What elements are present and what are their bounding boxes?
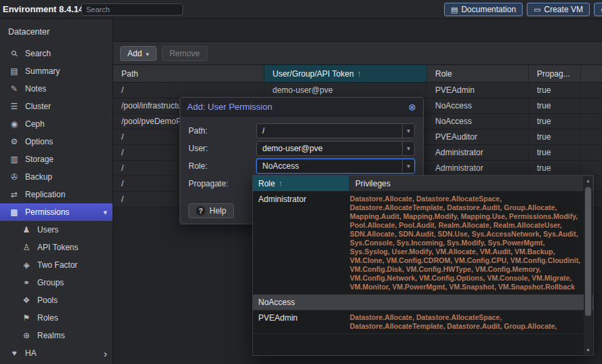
display-icon [534, 6, 540, 14]
notes-icon [8, 85, 20, 93]
remove-button[interactable]: Remove [162, 46, 207, 61]
propagate-label: Propagate: [188, 179, 256, 188]
sidebar-item-backup[interactable]: Backup [0, 168, 113, 186]
expand-caret-icon[interactable] [104, 348, 107, 359]
sidebar-item-replication[interactable]: Replication [0, 186, 113, 203]
backup-icon [8, 173, 20, 181]
cell-propagate: true [529, 114, 581, 129]
sidebar-item-groups[interactable]: Groups [0, 274, 113, 291]
role-option-pveadmin[interactable]: PVEAdmin Datastore.Allocate, Datastore.A… [253, 310, 593, 334]
cell-propagate: true [529, 129, 581, 144]
column-header-user-group-api-token[interactable]: User/Group/API Token [264, 65, 427, 82]
app-brand: Environment 8.4.14 [3, 4, 83, 14]
sidebar-item-summary[interactable]: Summary [0, 62, 113, 80]
roles-icon [20, 314, 33, 322]
top-bar: Environment 8.4.14 Documentation Create … [0, 0, 602, 19]
cell-role: NoAccess [427, 98, 529, 113]
column-header-propag[interactable]: Propag... [529, 65, 581, 82]
two-factor-icon [20, 261, 33, 269]
sidebar-item-ha[interactable]: HA [0, 344, 113, 362]
sidebar-item-two-factor[interactable]: Two Factor [0, 256, 113, 274]
topbar-button-create-vm[interactable]: Create VM [527, 3, 590, 16]
topbar-buttons: Documentation Create VM Cre [444, 3, 602, 16]
combo-dropdown-icon[interactable] [402, 142, 414, 155]
role-combo[interactable]: NoAccess [256, 159, 415, 174]
sidebar-item-options[interactable]: Options [0, 133, 113, 150]
sidebar-item-notes[interactable]: Notes [0, 80, 113, 98]
scroll-down-icon[interactable] [586, 346, 590, 355]
sidebar-item-cluster[interactable]: Cluster [0, 98, 113, 115]
question-mark-icon: ? [196, 206, 205, 216]
pools-icon [20, 296, 33, 304]
sidebar-item-permissions[interactable]: Permissions [0, 203, 113, 221]
dropdown-column-privileges[interactable]: Privileges [350, 176, 584, 191]
combo-dropdown-icon[interactable] [402, 124, 414, 138]
options-icon [8, 138, 20, 146]
sidebar-item-ceph[interactable]: Ceph [0, 115, 113, 133]
sort-ascending-icon [279, 179, 283, 188]
sidebar-nav: Search Summary Notes Cluster [0, 45, 113, 362]
field-row-user: User: demo-user@pve [188, 141, 415, 156]
role-label: Role: [188, 161, 256, 171]
permissions-icon [8, 208, 20, 216]
user-label: User: [188, 144, 256, 153]
sidebar: Datacenter Search Summary Notes [0, 19, 113, 364]
cell-propagate: true [529, 83, 581, 98]
role-dropdown-picker: Role Privileges Administrator Datastore.… [252, 175, 594, 356]
path-combo[interactable]: / [256, 123, 415, 138]
datacenter-title: Datacenter [0, 19, 113, 45]
sidebar-item-storage[interactable]: Storage [0, 150, 113, 168]
sidebar-item-api-tokens[interactable]: API Tokens [0, 239, 113, 256]
column-header-role[interactable]: Role [427, 65, 529, 82]
field-row-path: Path: / [188, 123, 415, 138]
cell-propagate: true [529, 145, 581, 160]
topbar-button-cre[interactable]: Cre [594, 3, 602, 16]
role-option-administrator[interactable]: Administrator Datastore.Allocate, Datast… [253, 192, 593, 295]
api-tokens-icon [20, 243, 33, 251]
combo-dropdown-icon[interactable] [402, 159, 414, 173]
dialog-title-bar: Add: User Permission [180, 98, 423, 117]
groups-icon [20, 279, 33, 287]
ha-icon [8, 349, 20, 357]
global-search-input[interactable] [81, 3, 183, 16]
sidebar-item-realms[interactable]: Realms [0, 327, 113, 344]
dropdown-scrollbar[interactable] [584, 176, 593, 355]
column-header-path[interactable]: Path [113, 65, 264, 82]
cell-role: NoAccess [427, 114, 529, 129]
dropdown-list: Administrator Datastore.Allocate, Datast… [253, 192, 593, 334]
sidebar-item-roles[interactable]: Roles [0, 309, 113, 327]
user-combo[interactable]: demo-user@pve [256, 141, 415, 156]
sidebar-item-pools[interactable]: Pools [0, 291, 113, 309]
field-row-role: Role: NoAccess [188, 159, 415, 174]
scrollbar-thumb[interactable] [585, 187, 591, 316]
cell-propagate: true [529, 98, 581, 113]
search-icon [8, 49, 20, 58]
summary-icon [8, 67, 20, 75]
permissions-toolbar: Add Remove [113, 42, 602, 65]
cell-role: PVEAdmin [427, 83, 529, 98]
grid-header: Path User/Group/API Token Role Propag... [113, 65, 602, 83]
cell-propagate: true [529, 161, 581, 176]
expand-caret-icon[interactable] [103, 207, 107, 217]
sidebar-item-search[interactable]: Search [0, 45, 113, 62]
panel-header-area [113, 19, 602, 42]
ceph-icon [8, 120, 20, 128]
scroll-up-icon[interactable] [586, 176, 590, 185]
sidebar-item-users[interactable]: Users [0, 221, 113, 239]
permission-row[interactable]: / demo-user@pve PVEAdmin true [113, 83, 602, 98]
close-icon[interactable] [408, 102, 416, 113]
cell-role: Administrator [427, 145, 529, 160]
cell-user: demo-user@pve [264, 83, 427, 98]
add-button[interactable]: Add [120, 46, 157, 61]
help-button[interactable]: ? Help [188, 203, 234, 218]
dropdown-column-role[interactable]: Role [253, 176, 350, 191]
dialog-footer: ? Help [188, 203, 234, 218]
storage-icon [8, 155, 20, 163]
realms-icon [20, 331, 33, 340]
dropdown-header: Role Privileges [253, 176, 593, 192]
role-option-noaccess[interactable]: NoAccess [253, 295, 593, 310]
cell-role: Administrator [427, 161, 529, 176]
chevron-down-icon [146, 49, 149, 58]
topbar-button-documentation[interactable]: Documentation [444, 3, 523, 16]
cluster-icon [8, 102, 20, 110]
